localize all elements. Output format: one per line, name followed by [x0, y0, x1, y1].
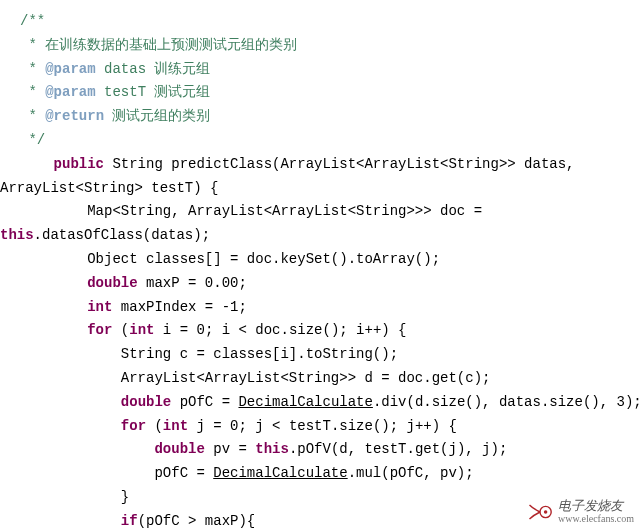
maxpindex-decl: maxPIndex = -1;: [112, 299, 246, 315]
indent: [20, 513, 121, 529]
for-open: (: [112, 322, 129, 338]
watermark-url: www.elecfans.com: [558, 513, 634, 524]
comment-line3-rest: testT 测试元组: [96, 84, 211, 100]
maxp-decl: maxP = 0.00;: [138, 275, 247, 291]
for-cond: j = 0; j < testT.size(); j++) {: [188, 418, 457, 434]
kw-this: this: [255, 441, 289, 457]
kw-double: double: [154, 441, 204, 457]
kw-for: for: [121, 418, 146, 434]
indent: [20, 299, 87, 315]
comment-line3-prefix: *: [20, 84, 45, 100]
kw-this: this: [0, 227, 34, 243]
comment-line1-text: 在训练数据的基础上预测测试元组的类别: [45, 37, 297, 53]
svg-point-1: [544, 510, 548, 514]
decimalcalculate-ref: DecimalCalculate: [238, 394, 372, 410]
kw-if: if: [121, 513, 138, 529]
watermark-footer: 电子发烧友 www.elecfans.com: [526, 498, 634, 526]
comment-line1-prefix: *: [20, 37, 45, 53]
indent: [20, 441, 154, 457]
indent: [20, 394, 121, 410]
if-cond: (pOfC > maxP){: [138, 513, 256, 529]
pv-eq: pv =: [205, 441, 255, 457]
indent: [20, 322, 87, 338]
comment-close: */: [20, 132, 45, 148]
pofc-eq: pOfC =: [171, 394, 238, 410]
kw-public: public: [20, 156, 104, 172]
mul-call: .mul(pOfC, pv);: [348, 465, 474, 481]
for-cond: i = 0; i < doc.size(); i++) {: [154, 322, 406, 338]
inner-for-close: }: [20, 489, 129, 505]
comment-open: /**: [20, 13, 45, 29]
pofc-assign: pOfC =: [20, 465, 213, 481]
comment-line4-rest: 测试元组的类别: [104, 108, 210, 124]
kw-int: int: [87, 299, 112, 315]
kw-double: double: [121, 394, 171, 410]
indent: [20, 275, 87, 291]
elecfans-logo-icon: [526, 498, 554, 526]
indent: [20, 418, 121, 434]
javadoc-return-tag: @return: [45, 108, 104, 124]
kw-int: int: [129, 322, 154, 338]
kw-int: int: [163, 418, 188, 434]
comment-line4-prefix: *: [20, 108, 45, 124]
string-c-decl: String c = classes[i].toString();: [20, 346, 398, 362]
comment-line2-prefix: *: [20, 61, 45, 77]
arraylist-d-decl: ArrayList<ArrayList<String>> d = doc.get…: [20, 370, 490, 386]
pofv-call: .pOfV(d, testT.get(j), j);: [289, 441, 507, 457]
div-call: .div(d.size(), datas.size(), 3);: [373, 394, 642, 410]
for-open: (: [146, 418, 163, 434]
method-sig-line1: String predictClass(ArrayList<ArrayList<…: [104, 156, 574, 172]
classes-array-decl: Object classes[] = doc.keySet().toArray(…: [20, 251, 440, 267]
comment-line2-rest: datas 训练元组: [96, 61, 211, 77]
map-decl-line1: Map<String, ArrayList<ArrayList<String>>…: [20, 203, 482, 219]
javadoc-param-tag: @param: [45, 84, 95, 100]
javadoc-param-tag: @param: [45, 61, 95, 77]
decimalcalculate-ref: DecimalCalculate: [213, 465, 347, 481]
method-sig-line2: ArrayList<String> testT) {: [0, 180, 218, 196]
kw-double: double: [87, 275, 137, 291]
watermark-text: 电子发烧友 www.elecfans.com: [558, 499, 634, 524]
watermark-cn: 电子发烧友: [558, 499, 634, 513]
kw-for: for: [87, 322, 112, 338]
map-decl-line2: .datasOfClass(datas);: [34, 227, 210, 243]
